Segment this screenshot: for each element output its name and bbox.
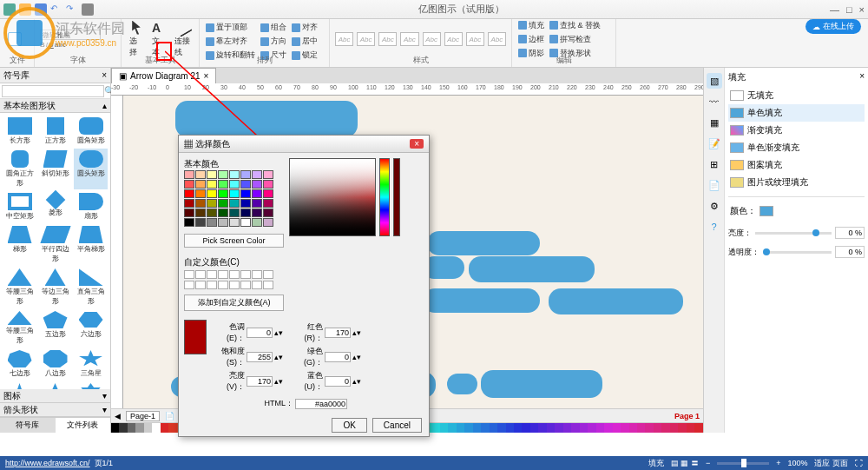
shape-item[interactable]: 平角梯形 (74, 224, 108, 265)
custom-color-slot[interactable] (240, 270, 251, 279)
bring-front-button[interactable]: 置于顶部 (205, 21, 256, 34)
shape-item[interactable]: 七边形 (3, 348, 36, 380)
palette-color[interactable] (161, 423, 168, 433)
palette-color[interactable] (135, 423, 143, 433)
color-swatch[interactable] (240, 180, 251, 189)
blue-input[interactable] (325, 376, 351, 387)
value-slider[interactable] (393, 158, 400, 236)
shape[interactable] (447, 374, 477, 394)
color-swatch[interactable] (184, 170, 194, 179)
color-swatch[interactable] (207, 170, 217, 179)
color-swatch[interactable] (240, 170, 251, 179)
color-swatch[interactable] (195, 199, 206, 208)
qat-open-icon[interactable] (19, 3, 31, 16)
fill-option[interactable]: 单色填充 (728, 104, 865, 122)
fill-option[interactable]: 渐变填充 (728, 122, 865, 139)
shape[interactable] (549, 288, 683, 314)
shape[interactable] (423, 288, 540, 313)
custom-color-slot[interactable] (207, 270, 217, 279)
palette-color[interactable] (464, 423, 472, 433)
palette-color[interactable] (654, 423, 661, 433)
color-swatch[interactable] (218, 189, 228, 198)
vendor-url[interactable]: http://www.edrawsoft.cn/ (5, 459, 90, 467)
align-left-button[interactable]: 靠左对齐 (205, 35, 256, 48)
palette-color[interactable] (522, 423, 529, 433)
palette-color[interactable] (678, 423, 686, 433)
current-color-swatch[interactable] (760, 206, 773, 216)
zoom-slider[interactable] (717, 462, 769, 465)
minimize-button[interactable]: — (830, 4, 839, 15)
color-swatch[interactable] (207, 180, 217, 189)
color-swatch[interactable] (263, 170, 273, 179)
color-gradient-picker[interactable] (289, 158, 376, 236)
shape-item[interactable]: 平行四边形 (38, 224, 72, 265)
color-swatch[interactable] (218, 199, 228, 208)
shape-item[interactable]: 梯形 (3, 224, 36, 265)
upload-online-button[interactable]: ☁在线上传 (806, 19, 861, 34)
palette-color[interactable] (621, 423, 628, 433)
color-swatch[interactable] (184, 209, 194, 217)
center-button[interactable]: 居中 (291, 35, 319, 48)
palette-color[interactable] (687, 423, 694, 433)
palette-color[interactable] (448, 423, 456, 433)
shape-item[interactable]: 圆角正方形 (3, 149, 36, 189)
custom-color-slot[interactable] (218, 270, 228, 279)
palette-color[interactable] (128, 423, 135, 433)
palette-color[interactable] (431, 423, 439, 433)
custom-color-slot[interactable] (218, 281, 228, 289)
palette-color[interactable] (661, 423, 669, 433)
custom-color-slot[interactable] (263, 281, 273, 289)
color-swatch[interactable] (184, 180, 194, 189)
palette-color[interactable] (571, 423, 579, 433)
fill-tab-icon[interactable]: ▧ (707, 73, 722, 89)
palette-color[interactable] (604, 423, 612, 433)
spellcheck-button[interactable]: 拼写检查 (549, 33, 602, 46)
color-swatch[interactable] (207, 199, 217, 208)
qat-redo-icon[interactable]: ↷ (66, 3, 78, 16)
html-color-input[interactable] (295, 399, 347, 409)
shape-item[interactable]: 三角星 (74, 348, 108, 380)
qat-new-icon[interactable] (3, 3, 16, 16)
color-swatch[interactable] (252, 199, 262, 208)
text-tab-icon[interactable]: 📝 (707, 136, 722, 151)
page-tab-icon[interactable]: 📄 (707, 177, 722, 193)
transparency-slider[interactable] (763, 251, 832, 254)
palette-color[interactable] (547, 423, 555, 433)
close-button[interactable]: × (859, 4, 865, 15)
close-panel-icon[interactable]: × (102, 70, 107, 80)
shape-item[interactable]: 中空矩形 (3, 191, 36, 222)
color-swatch[interactable] (207, 209, 217, 217)
palette-color[interactable] (119, 423, 127, 433)
help-tab-icon[interactable]: ? (707, 219, 722, 235)
palette-color[interactable] (506, 423, 514, 433)
style-preset[interactable]: Abc (488, 32, 506, 46)
palette-color[interactable] (670, 423, 678, 433)
color-swatch[interactable] (240, 199, 251, 208)
custom-color-slot[interactable] (252, 270, 262, 279)
style-preset[interactable]: Abc (378, 32, 397, 46)
cancel-button[interactable]: Cancel (372, 418, 422, 433)
palette-color[interactable] (588, 423, 595, 433)
color-swatch[interactable] (240, 189, 251, 198)
dialog-close-button[interactable]: × (410, 139, 424, 149)
palette-color[interactable] (497, 423, 505, 433)
color-swatch[interactable] (195, 170, 206, 179)
shape-item[interactable]: 等边三角形 (38, 267, 72, 308)
style-preset[interactable]: Abc (466, 32, 484, 46)
color-swatch[interactable] (240, 209, 251, 217)
palette-color[interactable] (490, 423, 497, 433)
shape-item[interactable]: 长方形 (3, 116, 36, 147)
page-nav-prev[interactable]: ◀ (115, 412, 121, 420)
group-button[interactable]: 组合 (260, 21, 287, 34)
palette-color[interactable] (144, 423, 152, 433)
shape-item[interactable]: 斜切矩形 (38, 149, 72, 189)
gear-tab-icon[interactable]: ⚙ (707, 198, 722, 214)
align-button[interactable]: 对齐 (291, 21, 319, 34)
color-swatch[interactable] (263, 180, 273, 189)
fill-button[interactable]: 填充 (517, 19, 545, 32)
library-tab[interactable]: 符号库 (0, 418, 56, 433)
color-swatch[interactable] (263, 199, 273, 208)
custom-color-slot[interactable] (229, 270, 240, 279)
palette-color[interactable] (481, 423, 489, 433)
custom-color-slot[interactable] (184, 281, 194, 289)
